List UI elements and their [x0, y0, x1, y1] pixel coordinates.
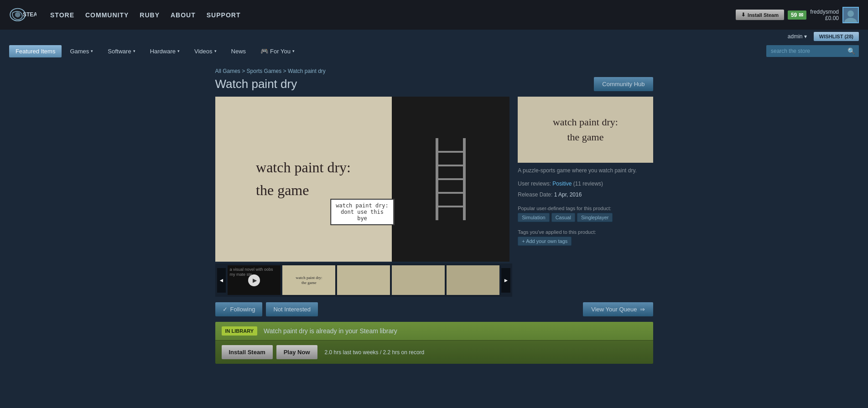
main-nav: STORE COMMUNITY RUBY ABOUT SUPPORT — [50, 11, 240, 19]
breadcrumb: All Games > Sports Games > Watch paint d… — [215, 68, 653, 74]
thumbnail-2[interactable] — [337, 265, 390, 295]
nav-ruby[interactable]: RUBY — [140, 11, 160, 19]
search-input[interactable] — [766, 46, 844, 57]
admin-label[interactable]: admin ▾ — [788, 33, 807, 40]
user-avatar[interactable] — [842, 7, 859, 23]
install-steam-button[interactable]: Install Steam — [222, 345, 273, 359]
notification-badge[interactable]: 59 ✉ — [788, 10, 806, 20]
breadcrumb-sep1: > — [242, 68, 246, 74]
breadcrumb-all-games[interactable]: All Games — [215, 68, 240, 74]
thumbnail-3[interactable] — [392, 265, 445, 295]
following-button[interactable]: ✓ Following — [215, 302, 263, 316]
main-content: All Games > Sports Games > Watch paint d… — [206, 61, 662, 371]
ladder-image — [428, 134, 473, 225]
library-banner: IN LIBRARY Watch paint dry is already in… — [215, 322, 653, 340]
play-now-button[interactable]: Play Now — [276, 345, 317, 359]
search-button[interactable]: 🔍 — [844, 45, 859, 57]
cover-text: watch paint dry: the game — [548, 111, 623, 148]
media-info-row: watch paint dry: the game — [215, 97, 653, 297]
wishlist-button[interactable]: WISHLIST (28) — [814, 32, 859, 41]
tooltip-line2: dont use this — [336, 209, 389, 215]
page-title: Watch paint dry — [215, 77, 297, 91]
thumbnail-0[interactable]: a visual novel with oobs my mate ste... … — [228, 265, 281, 295]
library-message: Watch paint dry is already in your Steam… — [264, 327, 397, 335]
logo-area: STEAM — [9, 5, 36, 25]
cover-title-line1: watch paint dry: — [553, 116, 618, 129]
nav-about[interactable]: ABOUT — [171, 11, 196, 19]
notif-count: 59 — [791, 12, 797, 18]
top-bar: STEAM STORE COMMUNITY RUBY ABOUT SUPPORT… — [0, 0, 868, 30]
action-row: ✓ Following Not Interested View Your Que… — [215, 302, 653, 316]
playtime-info: 2.0 hrs last two weeks / 2.2 hrs on reco… — [325, 349, 425, 356]
game-info-sidebar: watch paint dry: the game A puzzle-sport… — [518, 97, 653, 297]
reviews-label: User reviews: — [518, 181, 551, 187]
balance-label: £0.00 — [825, 15, 839, 21]
reviews-positive[interactable]: Positive — [552, 181, 572, 187]
breadcrumb-sep2: > — [283, 68, 288, 74]
library-section: IN LIBRARY Watch paint dry is already in… — [215, 322, 653, 364]
cover-title-line2: the game — [553, 131, 618, 144]
tag-simulation[interactable]: Simulation — [518, 213, 549, 222]
add-tags-button[interactable]: + Add your own tags — [518, 237, 572, 246]
nav-store[interactable]: STORE — [50, 11, 74, 19]
tab-games[interactable]: Games ▾ — [63, 45, 99, 57]
popular-tags-label: Popular user-defined tags for this produ… — [518, 206, 653, 211]
svg-point-4 — [847, 10, 854, 17]
game-tooltip: watch paint dry: dont use this bye — [330, 199, 394, 225]
breadcrumb-current: Watch paint dry — [288, 68, 326, 74]
install-steam-topbar-button[interactable]: ⬇ Install Steam — [736, 10, 784, 20]
game-description: A puzzle-sports game where you watch pai… — [518, 166, 653, 175]
tag-pills: Simulation Casual Singleplayer — [518, 213, 653, 222]
secondary-bar: admin ▾ WISHLIST (28) — [0, 30, 868, 41]
tab-videos[interactable]: Videos ▾ — [188, 45, 223, 57]
community-hub-button[interactable]: Community Hub — [594, 77, 653, 91]
nav-community[interactable]: COMMUNITY — [85, 11, 129, 19]
nav-support[interactable]: SUPPORT — [207, 11, 241, 19]
main-video: watch paint dry: the game — [215, 97, 509, 262]
install-steam-label: Install Steam — [748, 12, 779, 18]
media-section: watch paint dry: the game — [215, 97, 513, 297]
release-label: Release Date: — [518, 191, 552, 198]
tab-hardware[interactable]: Hardware ▾ — [144, 45, 186, 57]
video-display: watch paint dry: the game — [215, 97, 509, 262]
thumbnails-row: ◄ a visual novel with oobs my mate ste..… — [215, 263, 513, 297]
admin-area: admin ▾ WISHLIST (28) — [788, 32, 859, 41]
tab-for-you[interactable]: 🎮 For You ▾ — [254, 45, 301, 57]
avatar-image — [843, 8, 858, 22]
user-info[interactable]: freddysmod £0.00 — [810, 9, 839, 21]
controller-icon: 🎮 — [260, 47, 268, 55]
software-dropdown-arrow: ▾ — [133, 49, 135, 53]
not-interested-button[interactable]: Not Interested — [266, 302, 318, 316]
view-queue-button[interactable]: View Your Queue ⇒ — [583, 302, 653, 316]
play-button-thumbnail[interactable]: ▶ — [248, 274, 260, 286]
tag-casual[interactable]: Casual — [551, 213, 575, 222]
thumbnails-nav-left-button[interactable]: ◄ — [217, 268, 226, 293]
action-left: ✓ Following Not Interested — [215, 302, 318, 316]
arrow-right-icon: ⇒ — [640, 306, 645, 313]
nav-tabs: Featured Items Games ▾ Software ▾ Hardwa… — [0, 41, 868, 61]
thumbnails-nav-right-button[interactable]: ► — [501, 268, 510, 293]
game-meta: User reviews: Positive Positive (11 revi… — [518, 178, 653, 200]
release-date-value: 1 Apr, 2016 — [554, 191, 582, 198]
thumbnail-1[interactable]: watch paint dry: the game — [282, 265, 335, 295]
games-dropdown-arrow: ▾ — [91, 49, 93, 53]
videos-dropdown-arrow: ▾ — [214, 49, 217, 53]
email-icon: ✉ — [799, 12, 803, 18]
tooltip-line1: watch paint dry: — [336, 202, 389, 209]
game-cover-image: watch paint dry: the game — [518, 97, 653, 163]
tab-news[interactable]: News — [225, 45, 253, 57]
breadcrumb-sports-games[interactable]: Sports Games — [247, 68, 282, 74]
user-tags-section: Tags you've applied to this product: + A… — [518, 229, 653, 246]
tab-software[interactable]: Software ▾ — [101, 45, 141, 57]
tags-section: Popular user-defined tags for this produ… — [518, 206, 653, 222]
user-tags-label: Tags you've applied to this product: — [518, 229, 653, 235]
hardware-dropdown-arrow: ▾ — [177, 49, 180, 53]
tag-singleplayer[interactable]: Singleplayer — [577, 213, 613, 222]
username-label: freddysmod — [810, 9, 839, 15]
thumbnail-4[interactable] — [447, 265, 499, 295]
svg-text:STEAM: STEAM — [23, 11, 36, 18]
following-label: Following — [230, 306, 255, 313]
tab-featured-items[interactable]: Featured Items — [9, 45, 62, 57]
tooltip-line3: bye — [336, 215, 389, 222]
release-date-row: Release Date: 1 Apr, 2016 1 Apr, 2016 — [518, 189, 653, 200]
